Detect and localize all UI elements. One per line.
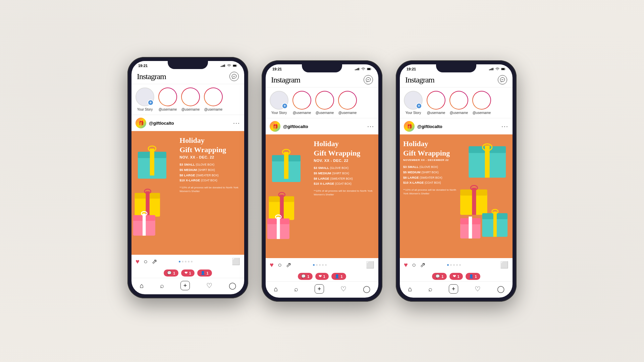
comment-badge-2[interactable]: 💬 1 (298, 273, 313, 280)
like-icon-1[interactable]: ♥ (136, 258, 140, 265)
svg-rect-38 (491, 68, 492, 70)
story-your-story-3[interactable]: + Your Story (404, 91, 423, 115)
dot-4 (191, 261, 193, 262)
phone-3: 19:21 (396, 60, 517, 302)
follow-badge-2[interactable]: 👤 1 (331, 273, 346, 280)
like-badge-2[interactable]: ❤ 1 (315, 273, 328, 280)
post-title-2: Holiday (314, 140, 376, 148)
battery-icon-2 (367, 67, 372, 71)
add-story-button-2[interactable]: + (282, 103, 288, 109)
dot-active-2 (313, 264, 315, 266)
story-label-u3-3: @username (473, 111, 491, 115)
search-nav-icon-3[interactable]: ⌕ (428, 285, 432, 293)
comment-badge-1[interactable]: 💬 1 (164, 269, 178, 277)
instagram-header-1: Instagram (131, 69, 244, 84)
story-avatar-user2-1[interactable] (181, 87, 200, 106)
your-story-label-1: Your Story (137, 108, 153, 111)
stories-row-2: + Your Story @username @username @userna… (266, 87, 378, 118)
gifts-illustration-1 (131, 131, 182, 255)
post-avatar-3: 🎁 (404, 121, 415, 132)
story-avatar-u2-3[interactable] (449, 91, 468, 110)
post-username-1: @giftlocalto (149, 121, 174, 126)
story-your-story-2[interactable]: + Your Story (270, 91, 288, 115)
svg-rect-1 (222, 65, 223, 67)
heart-nav-icon-1[interactable]: ♡ (206, 282, 212, 290)
story-avatar-u1-2[interactable] (292, 91, 311, 110)
your-story-avatar-3[interactable]: + (404, 91, 423, 110)
story-user2-3[interactable]: @username (449, 91, 468, 115)
svg-rect-41 (501, 68, 504, 70)
svg-rect-3 (224, 65, 225, 67)
share-icon-3[interactable]: ⇗ (420, 261, 426, 269)
price-list-3: $3 Small (Glove Box) $5 Medium (Shirt Bo… (403, 164, 462, 185)
messenger-button-1[interactable] (229, 72, 239, 81)
story-user2-2[interactable]: @username (315, 91, 334, 115)
comment-badge-3[interactable]: 💬 1 (432, 273, 447, 280)
post-title-3: Holiday (403, 140, 462, 148)
story-user3-1[interactable]: @username (204, 87, 223, 111)
heart-nav-icon-2[interactable]: ♡ (340, 285, 346, 293)
profile-nav-icon-2[interactable]: ◯ (363, 285, 370, 293)
save-icon-3[interactable]: ⬜ (500, 261, 508, 269)
story-avatar-user3-1[interactable] (204, 87, 223, 106)
story-avatar-u2-2[interactable] (315, 91, 334, 110)
heart-nav-icon-3[interactable]: ♡ (475, 285, 481, 293)
story-user3-3[interactable]: @username (472, 91, 491, 115)
story-user2-1[interactable]: @username (181, 87, 200, 111)
add-nav-icon-2[interactable]: + (315, 284, 324, 294)
like-badge-3[interactable]: ❤ 1 (449, 273, 463, 280)
svg-rect-2 (223, 65, 224, 67)
story-user1-3[interactable]: @username (427, 91, 445, 115)
post-text-content-2: Holiday Gift Wrapping NOV. XX - DEC. 22 … (314, 140, 376, 196)
share-icon-1[interactable]: ⇗ (152, 257, 157, 265)
follow-badge-1[interactable]: 👤 1 (197, 269, 212, 277)
save-icon-1[interactable]: ⬜ (232, 257, 240, 265)
post-user-2: 🎁 @giftlocalto (270, 121, 308, 132)
story-your-story-1[interactable]: + Your Story (136, 87, 154, 111)
story-label-u1-3: @username (427, 111, 445, 115)
home-nav-icon-1[interactable]: ⌂ (140, 282, 144, 290)
story-avatar-u3-3[interactable] (472, 91, 491, 110)
like-icon-3[interactable]: ♥ (404, 261, 408, 269)
comment-icon-1[interactable]: ○ (144, 258, 148, 265)
search-nav-icon-1[interactable]: ⌕ (160, 282, 164, 290)
post-options-3[interactable]: ··· (501, 123, 508, 129)
comment-icon-3[interactable]: ○ (412, 261, 416, 269)
add-story-button-1[interactable]: + (148, 100, 154, 106)
your-story-label-3: Your Story (406, 111, 421, 115)
story-avatar-user1-1[interactable] (158, 87, 177, 106)
share-icon-2[interactable]: ⇗ (286, 261, 291, 269)
your-story-label-2: Your Story (271, 111, 287, 115)
post-options-1[interactable]: ··· (233, 120, 240, 126)
add-story-button-3[interactable]: + (416, 103, 422, 109)
like-badge-1[interactable]: ❤ 1 (181, 269, 194, 277)
status-bar-2: 19:21 (266, 64, 378, 72)
add-nav-icon-3[interactable]: + (449, 284, 458, 294)
story-user1-2[interactable]: @username (292, 91, 311, 115)
comment-icon-2[interactable]: ○ (278, 261, 282, 269)
profile-nav-icon-1[interactable]: ◯ (229, 282, 236, 290)
search-nav-icon-2[interactable]: ⌕ (294, 285, 298, 293)
messenger-button-2[interactable] (364, 75, 373, 84)
your-story-avatar-1[interactable]: + (136, 87, 154, 106)
story-avatar-u1-3[interactable] (427, 91, 445, 110)
add-nav-icon-1[interactable]: + (180, 281, 190, 290)
story-user1-1[interactable]: @username (158, 87, 177, 111)
post-header-2: 🎁 @giftlocalto ··· (266, 118, 378, 134)
post-image-2: Holiday Gift Wrapping NOV. XX - DEC. 22 … (266, 134, 378, 258)
post-header-3: 🎁 @giftlocalto ··· (400, 118, 513, 134)
story-avatar-u3-2[interactable] (338, 91, 357, 110)
your-story-avatar-2[interactable]: + (270, 91, 288, 110)
price-list-2: $3 Small (Glove Box) $5 Medium (Shirt Bo… (314, 165, 376, 186)
profile-nav-icon-3[interactable]: ◯ (497, 285, 504, 293)
post-subtitle-3: Gift Wrapping (403, 149, 462, 157)
home-nav-icon-2[interactable]: ⌂ (274, 285, 278, 293)
like-badge-icon: ❤ (184, 271, 187, 275)
home-nav-icon-3[interactable]: ⌂ (408, 285, 412, 293)
save-icon-2[interactable]: ⬜ (366, 261, 374, 269)
like-icon-2[interactable]: ♥ (270, 261, 274, 269)
follow-badge-3[interactable]: 👤 1 (466, 273, 480, 280)
story-user3-2[interactable]: @username (338, 91, 357, 115)
messenger-button-3[interactable] (498, 75, 507, 84)
post-options-2[interactable]: ··· (367, 123, 374, 129)
